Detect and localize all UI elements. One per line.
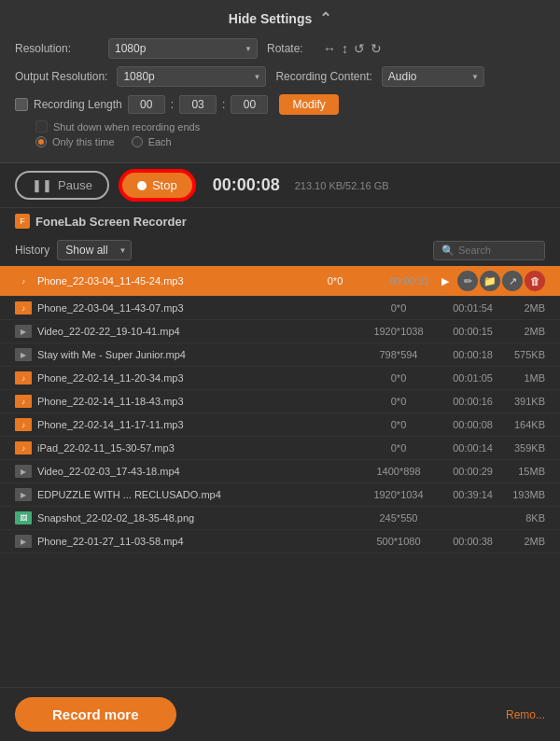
- chevron-up-icon[interactable]: ⌃: [319, 9, 331, 27]
- only-this-time-radio[interactable]: [35, 136, 47, 147]
- stop-label: Stop: [152, 178, 177, 192]
- file-name: Phone_22-01-27_11-03-58.mp4: [37, 536, 365, 547]
- file-row[interactable]: ▶Phone_22-01-27_11-03-58.mp4500*108000:0…: [0, 530, 560, 553]
- file-resolution: 0*0: [371, 302, 427, 314]
- flip-h-icon[interactable]: ↔: [323, 41, 336, 56]
- flip-v-icon[interactable]: ↕: [342, 41, 348, 56]
- time-minutes-input[interactable]: 03: [179, 95, 217, 114]
- file-duration: 00:01:54: [432, 302, 493, 314]
- record-more-button[interactable]: Record more: [15, 697, 176, 732]
- rotate-left-icon[interactable]: ↺: [354, 41, 365, 56]
- file-row[interactable]: ♪iPad_22-02-11_15-30-57.mp30*000:00:1435…: [0, 437, 560, 460]
- file-size: 193MB: [498, 489, 545, 500]
- shutdown-row: Shut down when recording ends: [35, 120, 545, 133]
- file-row[interactable]: 🖼Snapshot_22-02-02_18-35-48.png245*5508K…: [0, 507, 560, 530]
- file-list: ♪Phone_22-03-04_11-45-24.mp30*000:00:31▶…: [0, 266, 560, 687]
- file-thumb-icon: ♪: [15, 395, 32, 408]
- time-seconds-input[interactable]: 00: [231, 95, 268, 114]
- file-row[interactable]: ▶Stay with Me - Super Junior.mp4798*5940…: [0, 343, 560, 367]
- file-name: EDPUZZLE WITH ... RECLUSADO.mp4: [37, 489, 365, 500]
- radio-inner-dot: [38, 139, 44, 145]
- file-thumb-icon: ♪: [15, 371, 32, 384]
- file-resolution: 798*594: [371, 349, 427, 360]
- file-resolution: 1400*898: [371, 466, 427, 477]
- settings-header[interactable]: Hide Settings ⌃: [15, 9, 545, 27]
- search-input[interactable]: [458, 245, 542, 256]
- file-duration: 00:39:14: [432, 489, 493, 500]
- file-row[interactable]: ♪Phone_22-03-04_11-45-24.mp30*000:00:31▶…: [0, 266, 560, 297]
- search-box[interactable]: 🔍: [433, 241, 545, 260]
- delete-button[interactable]: 🗑: [525, 271, 545, 291]
- file-thumb-icon: ▶: [15, 488, 32, 501]
- file-size: 8KB: [498, 512, 545, 524]
- file-resolution: 0*0: [371, 372, 427, 384]
- file-size: 391KB: [498, 396, 545, 407]
- file-name: Phone_22-02-14_11-17-11.mp3: [37, 419, 365, 430]
- only-this-time-label: Only this time: [52, 136, 115, 147]
- pause-button[interactable]: ❚❚ Pause: [15, 171, 109, 200]
- share-button[interactable]: ↗: [502, 271, 523, 291]
- recording-content-select-wrapper[interactable]: Audio: [382, 66, 484, 87]
- resolution-select[interactable]: 1080p: [108, 38, 258, 59]
- stop-dot-icon: [137, 181, 147, 190]
- file-row[interactable]: ♪Phone_22-03-04_11-43-07.mp30*000:01:542…: [0, 297, 560, 320]
- file-resolution: 1920*1034: [371, 489, 427, 500]
- file-duration: 00:00:14: [432, 442, 493, 454]
- file-size: 164KB: [498, 419, 545, 430]
- pause-icon: ❚❚: [32, 178, 52, 192]
- app-icon: F: [15, 214, 30, 229]
- file-thumb-icon: ♪: [15, 441, 32, 454]
- file-thumb-icon: ▶: [15, 465, 32, 478]
- file-size: 575KB: [498, 349, 545, 360]
- file-thumb-icon: ♪: [15, 418, 32, 431]
- output-resolution-select[interactable]: 1080p: [117, 66, 266, 87]
- file-duration: 00:00:15: [432, 326, 493, 337]
- file-duration: 00:01:05: [432, 372, 493, 384]
- file-thumb-icon: ♪: [15, 274, 32, 287]
- file-row[interactable]: ♪Phone_22-02-14_11-20-34.mp30*000:01:051…: [0, 367, 560, 390]
- output-resolution-select-wrapper[interactable]: 1080p: [117, 66, 266, 87]
- file-name: Phone_22-03-04_11-45-24.mp3: [37, 275, 301, 287]
- app-title-bar: F FoneLab Screen Recorder: [0, 208, 560, 234]
- time-sep-2: :: [222, 98, 225, 111]
- history-filter-wrapper[interactable]: Show all: [57, 240, 132, 260]
- stop-button[interactable]: Stop: [120, 171, 194, 200]
- file-thumb-icon: ▶: [15, 325, 32, 338]
- file-resolution: 0*0: [307, 275, 363, 287]
- file-thumb-icon: 🖼: [15, 511, 32, 524]
- search-icon: 🔍: [441, 245, 455, 257]
- rotate-right-icon[interactable]: ↻: [371, 41, 382, 56]
- file-row[interactable]: ▶EDPUZZLE WITH ... RECLUSADO.mp41920*103…: [0, 483, 560, 507]
- time-hours-input[interactable]: 00: [128, 95, 165, 114]
- recording-length-row: Recording Length 00 : 03 : 00 Modify: [15, 94, 545, 115]
- file-row[interactable]: ♪Phone_22-02-14_11-18-43.mp30*000:00:163…: [0, 390, 560, 413]
- file-resolution: 1920*1038: [371, 326, 427, 337]
- hide-settings-label: Hide Settings: [229, 11, 312, 26]
- file-thumb-icon: ▶: [15, 348, 32, 361]
- file-row[interactable]: ▶Video_22-02-22_19-10-41.mp41920*103800:…: [0, 320, 560, 343]
- app-title: FoneLab Screen Recorder: [35, 215, 187, 229]
- recording-content-label: Recording Content:: [275, 70, 371, 83]
- history-filter-select[interactable]: Show all: [57, 240, 132, 260]
- rotate-icons-group: ↔ ↕ ↺ ↻: [323, 41, 382, 56]
- file-row[interactable]: ▶Video_22-02-03_17-43-18.mp41400*89800:0…: [0, 460, 560, 483]
- time-sep-1: :: [171, 98, 174, 111]
- edit-button[interactable]: ✏: [457, 271, 478, 291]
- file-row[interactable]: ♪Phone_22-02-14_11-17-11.mp30*000:00:081…: [0, 413, 560, 437]
- resolution-select-wrapper[interactable]: 1080p: [108, 38, 258, 59]
- folder-button[interactable]: 📁: [480, 271, 500, 291]
- file-duration: 00:00:16: [432, 396, 493, 407]
- modify-button[interactable]: Modify: [279, 94, 338, 115]
- radio-row: Only this time Each: [35, 136, 545, 147]
- recording-content-select[interactable]: Audio: [382, 66, 484, 87]
- recording-length-checkbox[interactable]: [15, 98, 28, 111]
- shutdown-label: Shut down when recording ends: [53, 121, 200, 133]
- file-duration: 00:00:29: [432, 466, 493, 477]
- file-resolution: 245*550: [371, 512, 427, 524]
- play-button[interactable]: ▶: [435, 271, 455, 291]
- file-duration: 00:00:08: [432, 419, 493, 430]
- file-name: Video_22-02-22_19-10-41.mp4: [37, 326, 365, 337]
- remove-link[interactable]: Remo...: [506, 708, 545, 721]
- file-resolution: 500*1080: [371, 536, 427, 547]
- each-time-radio[interactable]: [132, 136, 143, 147]
